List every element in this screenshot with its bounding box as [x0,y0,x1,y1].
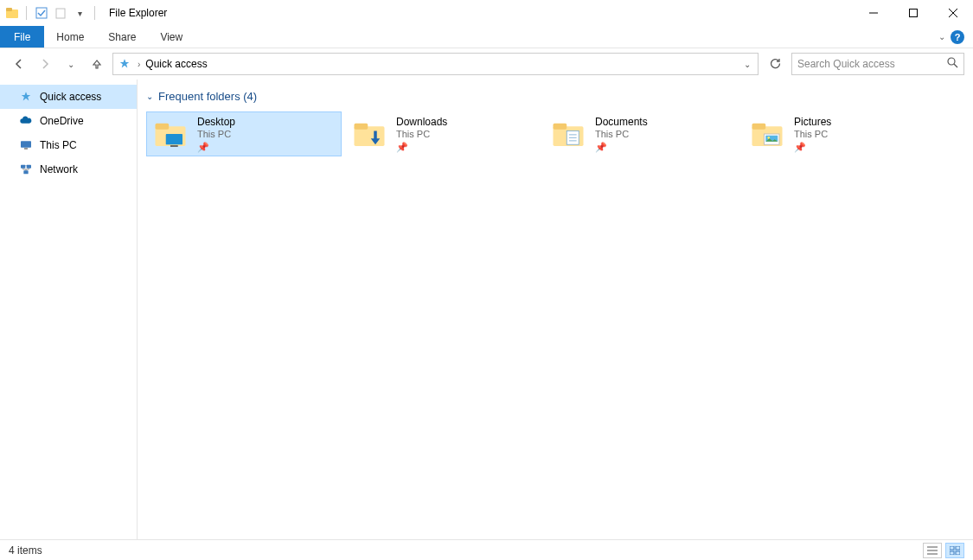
address-separator-icon[interactable]: › [138,60,140,69]
svg-rect-10 [21,141,31,147]
folder-text: Pictures This PC 📌 [794,116,831,153]
svg-rect-38 [956,551,960,555]
status-bar: 4 items [0,539,973,560]
pin-icon: 📌 [595,142,648,153]
file-tab[interactable]: File [0,26,44,48]
svg-rect-20 [355,124,368,130]
up-button[interactable] [86,54,107,74]
folder-name: Desktop [197,116,235,128]
group-header[interactable]: ⌄ Frequent folders (4) [146,90,964,103]
back-button[interactable] [9,54,29,74]
group-header-label: Frequent folders (4) [158,90,257,103]
svg-rect-2 [36,8,47,18]
window-controls [854,0,973,26]
folder-documents-icon [550,116,586,152]
cloud-icon [19,114,33,128]
sidebar-item-label: Network [40,163,78,175]
svg-rect-11 [24,148,28,149]
folder-item-pictures[interactable]: Pictures This PC 📌 [743,111,938,156]
folder-text: Desktop This PC 📌 [197,116,235,153]
ribbon-collapse-icon[interactable]: ⌄ [938,32,945,41]
sidebar: Quick access OneDrive This PC Network [0,80,138,539]
folder-name: Documents [595,116,648,128]
svg-rect-14 [23,170,28,174]
ribbon-right: ⌄ ? [938,26,973,48]
search-icon[interactable] [947,57,958,71]
view-details-button[interactable] [923,543,942,558]
status-text: 4 items [9,544,42,557]
folder-name: Downloads [396,116,447,128]
app-icon [5,6,19,20]
svg-rect-37 [950,551,954,555]
svg-rect-5 [910,10,918,17]
pin-icon: 📌 [197,142,235,153]
address-dropdown-icon[interactable]: ⌄ [740,60,754,69]
qat-separator [26,6,27,20]
nav-row: ⌄ › Quick access ⌄ [0,48,973,80]
qat-properties-icon[interactable] [34,5,49,21]
ribbon: File Home Share View ⌄ ? [0,26,973,48]
svg-rect-22 [554,124,567,130]
folders-container: Desktop This PC 📌 Downloads This PC 📌 [146,111,964,156]
star-icon [19,90,33,104]
qat-dropdown-icon[interactable]: ▾ [72,5,87,21]
svg-rect-17 [166,134,182,144]
svg-rect-3 [56,9,65,18]
main-content: ⌄ Frequent folders (4) Desktop This PC 📌 [138,80,973,539]
help-icon[interactable]: ? [951,30,964,44]
folder-downloads-icon [351,116,387,152]
address-location-icon [117,58,132,70]
svg-rect-13 [27,165,31,169]
sidebar-item-this-pc[interactable]: This PC [0,133,137,157]
svg-rect-16 [156,124,170,130]
sidebar-item-label: This PC [40,139,77,151]
folder-sublabel: This PC [595,129,648,139]
search-input[interactable] [797,58,947,70]
folder-sublabel: This PC [197,129,235,139]
window-title: File Explorer [109,7,167,19]
sidebar-item-onedrive[interactable]: OneDrive [0,109,137,133]
address-bar[interactable]: › Quick access ⌄ [112,53,759,75]
qat-separator-2 [94,6,95,20]
tab-view[interactable]: View [148,26,195,48]
view-large-icons-button[interactable] [945,543,964,558]
pin-icon: 📌 [396,142,447,153]
svg-rect-36 [956,546,960,550]
minimize-button[interactable] [854,0,893,26]
network-icon [19,162,33,176]
recent-locations-button[interactable]: ⌄ [61,54,81,74]
status-right [923,543,964,558]
folder-name: Pictures [794,116,831,128]
close-button[interactable] [933,0,973,26]
titlebar: ▾ File Explorer [0,0,973,26]
titlebar-left: ▾ File Explorer [0,5,167,21]
svg-point-8 [948,58,955,65]
folder-text: Downloads This PC 📌 [396,116,447,153]
sidebar-item-label: OneDrive [40,115,84,127]
svg-rect-28 [752,124,766,130]
maximize-button[interactable] [893,0,933,26]
forward-button[interactable] [35,54,55,74]
tab-home[interactable]: Home [44,26,96,48]
folder-sublabel: This PC [794,129,831,139]
svg-rect-35 [950,546,954,550]
search-box[interactable] [791,53,964,75]
sidebar-item-quick-access[interactable]: Quick access [0,85,137,109]
folder-sublabel: This PC [396,129,447,139]
chevron-down-icon: ⌄ [146,92,153,101]
body: Quick access OneDrive This PC Network ⌄ … [0,80,973,539]
folder-desktop-icon [152,116,189,152]
sidebar-item-label: Quick access [40,91,101,103]
address-text: Quick access [145,58,207,70]
svg-line-9 [954,64,957,67]
refresh-button[interactable] [764,53,786,75]
qat-newfolder-icon[interactable] [53,5,68,21]
svg-rect-1 [6,8,12,11]
svg-rect-18 [170,145,178,147]
folder-item-desktop[interactable]: Desktop This PC 📌 [146,111,342,156]
tab-share[interactable]: Share [96,26,148,48]
sidebar-item-network[interactable]: Network [0,157,137,181]
pc-icon [19,138,33,152]
folder-item-downloads[interactable]: Downloads This PC 📌 [345,111,541,156]
folder-item-documents[interactable]: Documents This PC 📌 [544,111,739,156]
